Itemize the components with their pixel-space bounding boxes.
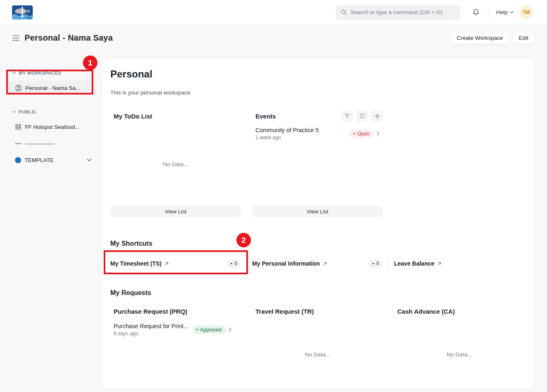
sidebar-item-template[interactable]: i TEMPLATE — [8, 152, 97, 167]
ellipsis-icon — [15, 140, 22, 147]
workspace-main: Personal This is your personal workspace… — [102, 58, 535, 390]
workspace-subtitle: This is your personal workspace — [110, 90, 526, 96]
events-card: Events — [252, 109, 383, 217]
sidebar-section-my-workspaces[interactable]: MY WORKSPACES — [8, 70, 97, 75]
page-title: Personal - Nama Saya — [24, 33, 113, 43]
event-title: Community of Practice 5 — [255, 127, 350, 133]
navbar: Help TM — [0, 0, 547, 25]
shortcut-my-personal-information[interactable]: My Personal Information 0 — [252, 257, 383, 270]
event-list-item[interactable]: Community of Practice 5 1 week ago Open — [255, 127, 379, 140]
plus-icon[interactable] — [371, 110, 383, 122]
status-badge-open: Open — [350, 129, 373, 138]
global-search[interactable] — [336, 5, 460, 20]
todo-card: My ToDo List No Data... View List — [110, 109, 241, 217]
search-icon — [341, 9, 347, 15]
arrow-up-right-icon — [164, 261, 169, 266]
app-logo-icon[interactable] — [12, 5, 33, 19]
requests-title: My Requests — [110, 289, 526, 297]
content-area: MY WORKSPACES Personal - Nama Sa... — [0, 58, 547, 390]
travel-request-card-title: Travel Request (TR) — [252, 308, 383, 315]
sidebar: MY WORKSPACES Personal - Nama Sa... — [0, 58, 102, 169]
workspace-title: Personal — [110, 68, 526, 80]
user-circle-icon — [15, 85, 22, 92]
chevron-down-icon[interactable] — [87, 158, 92, 162]
todo-card-title: My ToDo List — [114, 113, 152, 120]
sidebar-item-dashes[interactable]: ---------------- — [8, 136, 97, 151]
count-badge: 0 — [227, 259, 241, 268]
sidebar-section-public[interactable]: PUBLIC — [8, 109, 97, 114]
sidebar-item-ff-hotspot-seafood[interactable]: FF Hotspot Seafood... — [8, 119, 97, 134]
notification-bell-icon[interactable] — [472, 8, 480, 16]
events-card-title: Events — [255, 113, 276, 120]
navbar-divider — [488, 7, 489, 18]
cash-advance-card-title: Cash Advance (CA) — [394, 308, 525, 315]
purchase-request-card: Purchase Request (PRQ) Purchase Request … — [110, 308, 241, 377]
shortcuts-section: My Shortcuts My Timesheet (TS) 0 My Pers… — [110, 240, 526, 270]
chevron-right-icon[interactable] — [377, 131, 379, 136]
count-badge: 0 — [369, 259, 383, 268]
grid-icon — [15, 123, 22, 130]
arrow-up-right-icon — [437, 261, 442, 266]
edit-button[interactable]: Edit — [513, 32, 535, 44]
sidebar-toggle-icon[interactable] — [12, 35, 19, 41]
chevron-right-icon[interactable] — [229, 327, 231, 332]
todo-view-list-button[interactable]: View List — [110, 206, 241, 217]
create-workspace-button[interactable]: Create Workspace — [450, 32, 509, 44]
cash-advance-card: Cash Advance (CA) No Data... — [394, 308, 525, 377]
shortcut-divider — [388, 259, 389, 269]
filter-icon[interactable] — [341, 110, 353, 122]
shortcut-my-timesheet[interactable]: My Timesheet (TS) 0 — [110, 257, 241, 270]
chevron-down-icon — [12, 72, 16, 74]
travel-request-card: Travel Request (TR) No Data... — [252, 308, 383, 377]
help-label: Help — [496, 9, 508, 15]
shortcut-leave-balance[interactable]: Leave Balance — [394, 257, 525, 270]
sidebar-item-label: FF Hotspot Seafood... — [25, 124, 80, 130]
travel-request-empty-text: No Data... — [305, 351, 330, 358]
event-timestamp: 1 week ago — [255, 135, 350, 140]
request-timestamp: 6 days ago — [114, 331, 192, 336]
events-view-list-button[interactable]: View List — [252, 206, 383, 217]
purchase-request-card-title: Purchase Request (PRQ) — [110, 308, 241, 315]
sidebar-item-label: TEMPLATE — [24, 157, 53, 163]
arrow-up-right-icon — [323, 261, 327, 266]
todo-empty-text: No Data... — [163, 161, 188, 167]
shortcut-divider — [246, 259, 247, 269]
chevron-down-icon — [510, 11, 514, 14]
requests-section: My Requests Purchase Request (PRQ) Purch… — [110, 289, 526, 377]
help-menu[interactable]: Help — [496, 9, 514, 15]
cash-advance-empty-text: No Data... — [447, 351, 472, 358]
page-header: Personal - Nama Saya Create Workspace Ed… — [0, 25, 547, 50]
sidebar-item-personal-workspace[interactable]: Personal - Nama Sa... — [8, 80, 97, 95]
request-title: Purchase Request for Print... — [114, 323, 192, 329]
refresh-icon[interactable] — [356, 110, 368, 122]
purchase-request-list-item[interactable]: Purchase Request for Print... 6 days ago… — [114, 323, 238, 336]
user-avatar[interactable]: TM — [520, 6, 533, 19]
info-icon: i — [15, 157, 21, 163]
chevron-down-icon — [12, 111, 16, 113]
status-badge-approved: Approved — [192, 325, 225, 334]
sidebar-item-label: Personal - Nama Sa... — [25, 85, 80, 91]
empty-card-slot — [394, 109, 525, 217]
shortcuts-title: My Shortcuts — [110, 240, 526, 247]
sidebar-item-label: ---------------- — [25, 140, 55, 147]
search-input[interactable] — [350, 9, 455, 15]
